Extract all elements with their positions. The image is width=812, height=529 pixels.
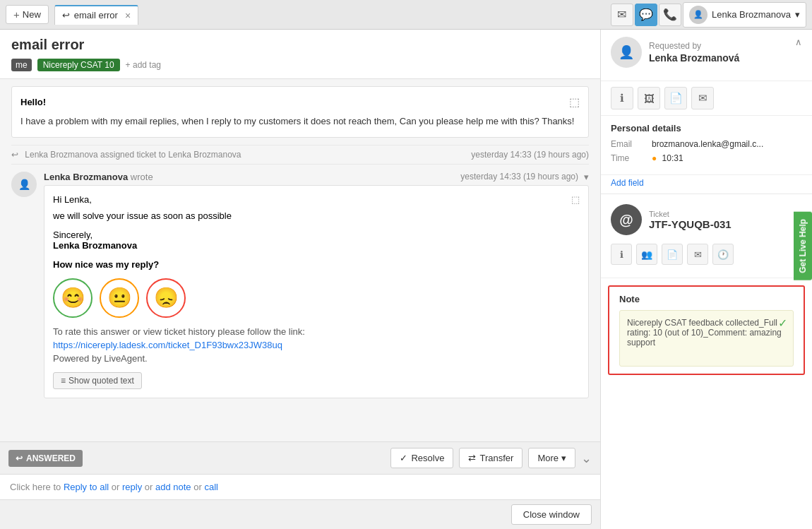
at-icon: @ bbox=[611, 204, 642, 235]
note-body: Nicereply CSAT feedback collected_Full r… bbox=[627, 318, 782, 347]
ticket-email-btn[interactable]: ✉ bbox=[687, 244, 708, 265]
time-value: ● 10:31 bbox=[652, 153, 683, 163]
ticket-info-row: @ Ticket JTF-YQUQB-031 bbox=[611, 204, 802, 235]
live-help-button[interactable]: Get Live Help bbox=[794, 212, 812, 280]
time-dot-icon: ● bbox=[652, 153, 657, 163]
ticket-label: Ticket bbox=[649, 210, 732, 218]
email-label: Email bbox=[611, 139, 646, 149]
panel-icons: ℹ 🖼 📄 ✉ bbox=[601, 81, 812, 116]
ticket-clock-btn[interactable]: 🕐 bbox=[712, 244, 734, 265]
agent-timestamp-row: yesterday 14:33 (19 hours ago) ▾ bbox=[460, 172, 589, 182]
new-label: New bbox=[23, 9, 41, 20]
main-layout: email error me Nicereply CSAT 10 + add t… bbox=[0, 30, 812, 529]
right-panel: ∧ 👤 Requested by Lenka Brozmanová ℹ 🖼 📄 … bbox=[600, 30, 812, 529]
sad-smiley[interactable]: 😞 bbox=[146, 278, 186, 318]
customer-message: Hello! ⬚ I have a problem with my email … bbox=[11, 86, 589, 138]
tab-label: email error bbox=[74, 10, 118, 20]
collapse-agent-icon[interactable]: ▾ bbox=[584, 172, 589, 182]
email-icon-btn[interactable]: ✉ bbox=[611, 4, 633, 26]
status-badge: ↩ ANSWERED bbox=[8, 450, 83, 467]
rate-link[interactable]: https://nicereply.ladesk.com/ticket_D1F9… bbox=[53, 340, 282, 350]
requester-avatar: 👤 bbox=[611, 37, 642, 68]
note-box: ✓ Nicereply CSAT feedback collected_Full… bbox=[619, 310, 794, 367]
tag-nicereply[interactable]: Nicereply CSAT 10 bbox=[37, 59, 120, 71]
note-title: Note bbox=[619, 294, 794, 304]
agent-message: 👤 Lenka Brozmanova wrote yesterday 14:33… bbox=[11, 172, 589, 398]
email-icon-panel-btn[interactable]: ✉ bbox=[691, 87, 714, 109]
agent-sig2: Lenka Brozmanova bbox=[53, 240, 580, 251]
right-panel-top: ∧ 👤 Requested by Lenka Brozmanová bbox=[601, 30, 812, 81]
assign-icon: ↩ bbox=[11, 150, 18, 160]
more-dropdown-icon: ▾ bbox=[561, 453, 566, 463]
ticket-title: email error bbox=[11, 37, 589, 53]
divider bbox=[601, 194, 812, 194]
neutral-smiley[interactable]: 😐 bbox=[100, 278, 139, 318]
chat-icon-btn[interactable]: 💬 bbox=[635, 4, 657, 26]
ticket-tags: me Nicereply CSAT 10 + add tag bbox=[11, 59, 589, 71]
quoted-icon: ≡ bbox=[61, 376, 66, 386]
dropdown-icon: ▾ bbox=[795, 9, 800, 20]
reply-all-link[interactable]: Reply to all bbox=[64, 482, 109, 492]
system-message-text: ↩ Lenka Brozmanova assigned ticket to Le… bbox=[11, 150, 241, 160]
ticket-header: email error me Nicereply CSAT 10 + add t… bbox=[0, 30, 600, 79]
note-check-icon: ✓ bbox=[778, 316, 787, 330]
call-link[interactable]: call bbox=[204, 482, 218, 492]
rate-text: To rate this answer or view ticket histo… bbox=[53, 326, 580, 337]
message-actions-icon[interactable]: ⬚ bbox=[569, 95, 580, 109]
show-quoted-btn[interactable]: ≡ Show quoted text bbox=[53, 372, 142, 389]
user-avatar: 👤 bbox=[689, 6, 707, 24]
status-label: ANSWERED bbox=[26, 453, 76, 463]
new-button[interactable]: + New bbox=[6, 5, 49, 24]
rate-link-row: https://nicereply.ladesk.com/ticket_D1F9… bbox=[53, 340, 580, 350]
customer-message-body: I have a problem with my email replies, … bbox=[20, 114, 580, 129]
resolve-button[interactable]: ✓ Resolve bbox=[390, 448, 453, 468]
expand-button[interactable]: ⌄ bbox=[581, 451, 592, 466]
agent-message-content: Lenka Brozmanova wrote yesterday 14:33 (… bbox=[44, 172, 589, 398]
time-detail-row: Time ● 10:31 bbox=[611, 153, 802, 163]
tag-me[interactable]: me bbox=[11, 59, 32, 71]
agent-greeting: Hi Lenka, bbox=[53, 194, 580, 205]
agent-name: Lenka Brozmanova wrote bbox=[44, 172, 153, 182]
messages-area: Hello! ⬚ I have a problem with my email … bbox=[0, 79, 600, 441]
ticket-file-btn[interactable]: 📄 bbox=[662, 244, 683, 265]
email-detail-row: Email brozmanova.lenka@gmail.c... bbox=[611, 139, 802, 149]
note-section: Note ✓ Nicereply CSAT feedback collected… bbox=[608, 285, 805, 375]
collapse-right-icon[interactable]: ∧ bbox=[795, 37, 802, 47]
tab-icon: ↩ bbox=[62, 10, 70, 20]
close-tab-icon[interactable]: × bbox=[125, 10, 131, 21]
agent-bubble: ⬚ Hi Lenka, we will solve your issue as … bbox=[44, 185, 589, 398]
transfer-button[interactable]: ⇄ Transfer bbox=[459, 448, 523, 468]
personal-details-title: Personal details bbox=[611, 123, 802, 133]
phone-icon-btn[interactable]: 📞 bbox=[659, 4, 681, 26]
info-icon-btn[interactable]: ℹ bbox=[611, 87, 633, 109]
user-menu-btn[interactable]: 👤 Lenka Brozmanova ▾ bbox=[683, 2, 806, 28]
close-window-button[interactable]: Close window bbox=[511, 504, 592, 525]
ticket-section: @ Ticket JTF-YQUQB-031 ℹ 👥 📄 ✉ 🕐 bbox=[601, 197, 812, 278]
greeting: Hello! bbox=[20, 97, 46, 107]
image-icon-btn[interactable]: 🖼 bbox=[638, 87, 660, 109]
csat-question: How nice was my reply? bbox=[53, 259, 580, 270]
powered-by: Powered by LiveAgent. bbox=[53, 353, 580, 364]
add-note-link[interactable]: add note bbox=[155, 482, 191, 492]
system-timestamp: yesterday 14:33 (19 hours ago) bbox=[471, 150, 589, 160]
ticket-people-btn[interactable]: 👥 bbox=[636, 244, 657, 265]
ticket-info: Ticket JTF-YQUQB-031 bbox=[649, 210, 732, 230]
file-icon-btn[interactable]: 📄 bbox=[664, 87, 687, 109]
more-button[interactable]: More ▾ bbox=[528, 448, 575, 468]
add-tag-link[interactable]: + add tag bbox=[126, 60, 161, 70]
agent-avatar: 👤 bbox=[11, 172, 37, 197]
requester-name: Lenka Brozmanová bbox=[649, 52, 739, 64]
reply-link[interactable]: reply bbox=[122, 482, 142, 492]
bottom-action-bar: ↩ ANSWERED ✓ Resolve ⇄ Transfer More ▾ ⌄ bbox=[0, 441, 600, 474]
requester-row: 👤 Requested by Lenka Brozmanová bbox=[611, 37, 795, 68]
requester-info: Requested by Lenka Brozmanová bbox=[649, 41, 739, 64]
add-field-link[interactable]: Add field bbox=[601, 175, 812, 191]
resolve-icon: ✓ bbox=[400, 453, 407, 463]
email-error-tab[interactable]: ↩ email error × bbox=[54, 5, 138, 25]
ticket-area: email error me Nicereply CSAT 10 + add t… bbox=[0, 30, 600, 529]
agent-sig1: Sincerely, bbox=[53, 230, 580, 240]
close-window-area: Close window bbox=[0, 499, 600, 529]
happy-smiley[interactable]: 😊 bbox=[53, 278, 92, 318]
ticket-info-btn[interactable]: ℹ bbox=[611, 244, 632, 265]
csat-row: 😊 😐 😞 bbox=[53, 278, 580, 318]
